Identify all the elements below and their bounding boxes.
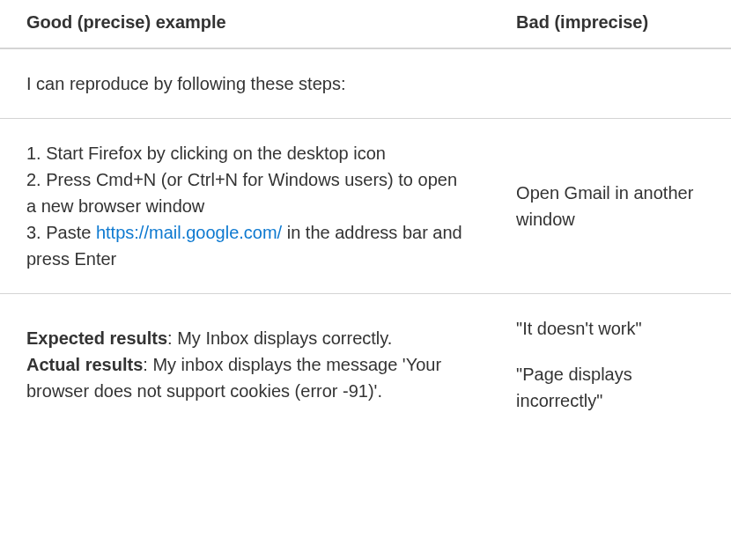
step-1: 1. Start Firefox by clicking on the desk…: [26, 140, 469, 166]
steps-good-cell: 1. Start Firefox by clicking on the desk…: [0, 119, 490, 294]
actual-results-label: Actual results: [26, 355, 143, 374]
results-bad-cell: "It doesn't work" "Page displays incorre…: [490, 294, 731, 436]
gmail-url-link[interactable]: https://mail.google.com/: [96, 223, 282, 242]
table-row: 1. Start Firefox by clicking on the desk…: [0, 119, 731, 294]
header-good: Good (precise) example: [0, 0, 490, 48]
intro-good-cell: I can reproduce by following these steps…: [0, 48, 490, 119]
header-bad: Bad (imprecise): [490, 0, 731, 48]
expected-results-line: Expected results: My Inbox displays corr…: [26, 325, 469, 351]
step-3-prefix: 3. Paste: [26, 223, 96, 242]
expected-results-text: : My Inbox displays correctly.: [167, 328, 392, 348]
step-3: 3. Paste https://mail.google.com/ in the…: [26, 219, 469, 272]
expected-results-label: Expected results: [26, 328, 167, 348]
actual-results-line: Actual results: My inbox displays the me…: [26, 351, 469, 404]
example-table: Good (precise) example Bad (imprecise) I…: [0, 0, 731, 435]
table-row: Expected results: My Inbox displays corr…: [0, 294, 731, 436]
table-header-row: Good (precise) example Bad (imprecise): [0, 0, 731, 48]
table-row: I can reproduce by following these steps…: [0, 48, 731, 119]
bad-quote-1: "It doesn't work": [516, 315, 710, 342]
intro-bad-cell: [490, 48, 731, 119]
results-good-cell: Expected results: My Inbox displays corr…: [0, 294, 490, 436]
step-2: 2. Press Cmd+N (or Ctrl+N for Windows us…: [26, 166, 469, 219]
steps-bad-cell: Open Gmail in another window: [490, 119, 731, 294]
bad-quote-2: "Page displays incorrectly": [516, 361, 710, 414]
